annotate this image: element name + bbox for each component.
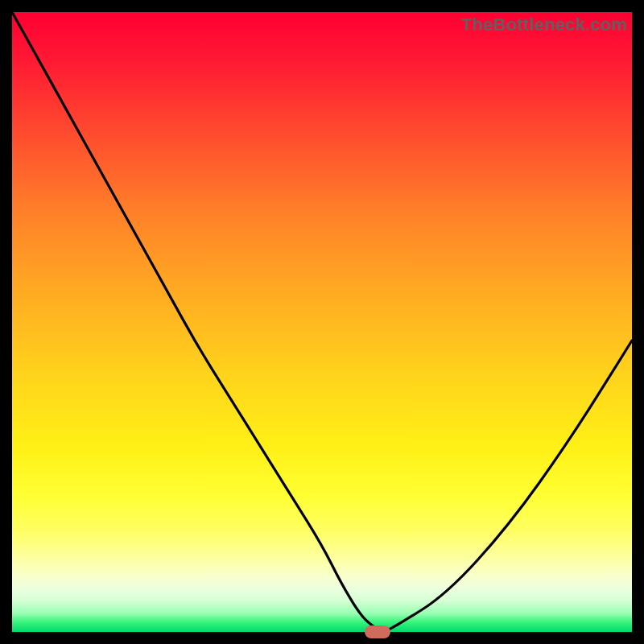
chart-plot-area: TheBottleneck.com bbox=[12, 12, 632, 632]
bottleneck-curve bbox=[12, 12, 632, 632]
chart-frame: TheBottleneck.com bbox=[0, 0, 644, 644]
curve-path bbox=[12, 12, 632, 630]
optimal-point-marker bbox=[365, 625, 390, 638]
watermark-text: TheBottleneck.com bbox=[461, 14, 627, 35]
